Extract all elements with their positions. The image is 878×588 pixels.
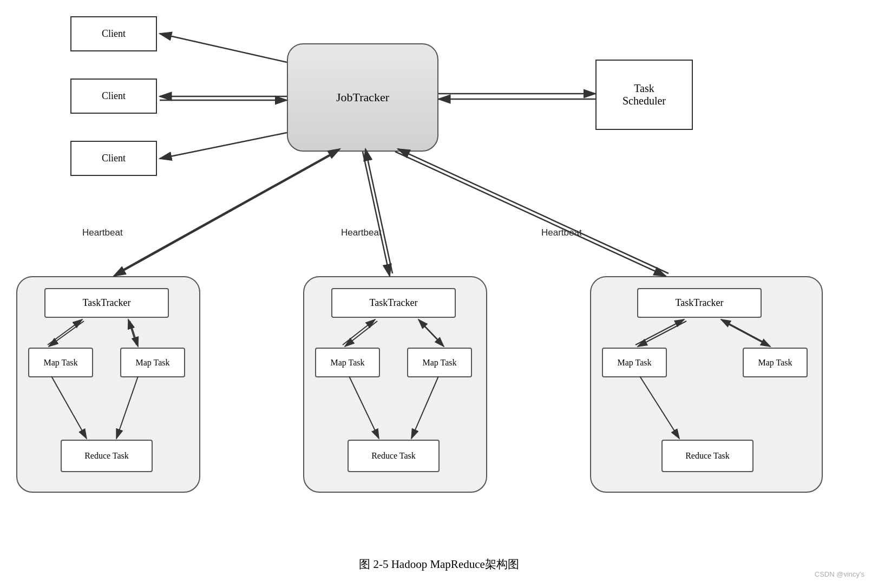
tt1-map2-box: Map Task — [120, 348, 185, 377]
tt3-container: TaskTracker Map Task Map Task Reduce Tas… — [590, 276, 823, 493]
tt2-map2-label: Map Task — [422, 358, 456, 368]
tt2-map2-box: Map Task — [407, 348, 472, 377]
svg-line-11 — [363, 152, 390, 276]
jobtracker-box: JobTracker — [287, 43, 438, 152]
task-scheduler-box: Task Scheduler — [595, 60, 693, 130]
tt2-container: TaskTracker Map Task Map Task Reduce Tas… — [303, 276, 487, 493]
client1-label: Client — [102, 28, 126, 40]
client1-box: Client — [70, 16, 157, 51]
tt1-map2-label: Map Task — [135, 358, 169, 368]
tt3-map2-box: Map Task — [743, 348, 808, 377]
client3-label: Client — [102, 153, 126, 164]
tt3-label-box: TaskTracker — [637, 288, 762, 318]
heartbeat3-label: Heartbeat — [541, 227, 582, 238]
tt2-map1-box: Map Task — [315, 348, 380, 377]
svg-line-14 — [398, 149, 669, 273]
tt1-reduce-box: Reduce Task — [61, 440, 153, 472]
tt2-label-box: TaskTracker — [331, 288, 456, 318]
tt3-label: TaskTracker — [675, 297, 723, 309]
svg-line-3 — [160, 34, 287, 62]
tt1-label: TaskTracker — [82, 297, 130, 309]
tt1-map1-box: Map Task — [28, 348, 93, 377]
jobtracker-label: JobTracker — [336, 90, 389, 104]
tt1-reduce-label: Reduce Task — [84, 451, 129, 461]
tt3-map2-label: Map Task — [758, 358, 792, 368]
tt1-label-box: TaskTracker — [44, 288, 169, 318]
client3-box: Client — [70, 141, 157, 176]
tt1-map1-label: Map Task — [43, 358, 77, 368]
client2-label: Client — [102, 90, 126, 102]
tt2-map1-label: Map Task — [330, 358, 364, 368]
tt3-map1-box: Map Task — [602, 348, 667, 377]
heartbeat1-label: Heartbeat — [82, 227, 123, 238]
tt3-reduce-label: Reduce Task — [685, 451, 730, 461]
svg-line-13 — [395, 152, 666, 276]
tt1-container: TaskTracker Map Task Map Task Reduce Tas… — [16, 276, 200, 493]
figure-caption: 图 2-5 Hadoop MapReduce架构图 — [359, 557, 519, 572]
task-scheduler-label: Task Scheduler — [623, 82, 666, 107]
heartbeat2-label: Heartbeat — [341, 227, 382, 238]
tt2-label: TaskTracker — [369, 297, 417, 309]
tt3-reduce-box: Reduce Task — [661, 440, 753, 472]
watermark: CSDN @vincy's — [815, 570, 864, 578]
svg-line-12 — [365, 149, 392, 273]
tt3-map1-label: Map Task — [617, 358, 651, 368]
tt2-reduce-box: Reduce Task — [348, 440, 440, 472]
diagram: JobTracker Task Scheduler Client Client … — [0, 0, 878, 588]
tt2-reduce-label: Reduce Task — [371, 451, 416, 461]
client2-box: Client — [70, 79, 157, 114]
svg-line-6 — [160, 133, 287, 159]
